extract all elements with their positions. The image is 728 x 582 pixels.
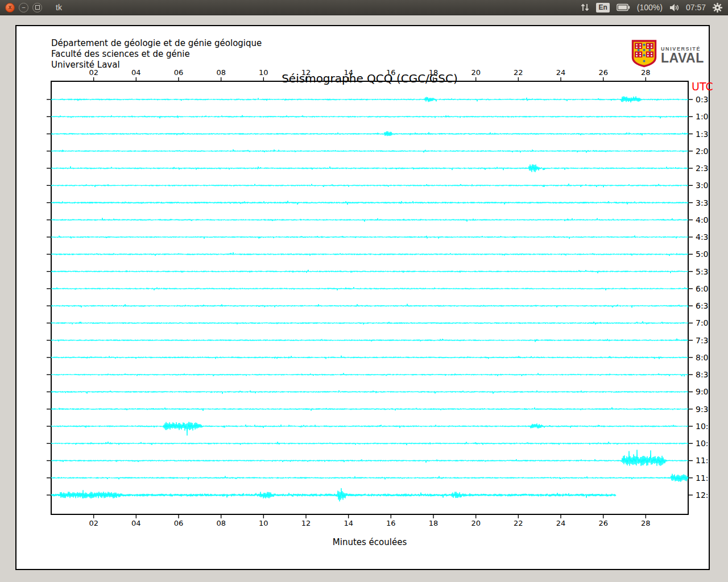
seismogram-trace	[51, 97, 688, 103]
utc-time-label: 8:00	[696, 353, 709, 362]
seismogram-trace	[51, 218, 688, 222]
seismogram-trace	[51, 184, 688, 187]
tick-label: 28	[641, 68, 651, 77]
tick-label: 26	[598, 68, 608, 77]
seismogram-trace	[51, 390, 688, 394]
seismogram-trace	[51, 474, 688, 482]
tick-label: 22	[514, 68, 523, 77]
window-controls: x –	[5, 3, 42, 13]
close-button[interactable]: x	[5, 3, 15, 13]
seismogram-trace	[51, 235, 688, 239]
utc-time-label: 9:00	[696, 387, 709, 396]
tick-label: 24	[556, 68, 566, 77]
volume-icon[interactable]	[669, 3, 679, 12]
seismogram-trace	[51, 164, 688, 172]
seismogram-trace	[51, 450, 688, 465]
tick-label: 04	[131, 519, 141, 527]
utc-time-label: 9:30	[696, 405, 709, 414]
tick-label: 12	[301, 68, 311, 77]
tick-label: 06	[174, 519, 184, 527]
tick-label: 18	[429, 519, 439, 527]
seismogram-trace	[51, 339, 688, 342]
tick-label: 04	[131, 68, 141, 77]
seismogram-trace	[51, 321, 688, 325]
x-axis-title: Minutes écoulées	[51, 537, 688, 547]
seismogram-trace	[51, 408, 688, 411]
seismogram-trace	[51, 287, 688, 290]
tick-label: 20	[471, 519, 481, 527]
utc-time-label: 4:00	[696, 215, 709, 225]
utc-time-label: 1:00	[696, 112, 709, 121]
utc-time-label: 10:00	[696, 422, 709, 431]
tick-label: 18	[429, 68, 439, 77]
utc-time-label: 6:00	[696, 284, 709, 293]
tick-label: 10	[259, 68, 268, 77]
tick-label: 14	[344, 519, 353, 527]
tick-label: 20	[471, 68, 481, 77]
tick-label: 26	[598, 519, 608, 527]
utc-time-label: 11:00	[696, 456, 709, 465]
maximize-icon	[35, 5, 40, 10]
tick-label: 14	[344, 68, 353, 77]
seismogram-trace	[51, 304, 688, 308]
tick-label: 02	[89, 68, 98, 77]
utc-time-label: 5:00	[696, 250, 709, 259]
window-title: tk	[56, 3, 62, 12]
tick-label: 06	[174, 68, 184, 77]
seismogram-trace	[51, 149, 688, 153]
tick-label: 16	[386, 68, 396, 77]
tick-label: 24	[556, 519, 566, 527]
utc-time-label: 8:30	[696, 370, 709, 379]
seismogram-trace	[51, 201, 688, 205]
utc-time-label: 6:30	[696, 301, 709, 310]
tick-label: 02	[89, 519, 98, 527]
utc-time-label: 1:30	[696, 130, 709, 139]
seismogram-trace	[51, 115, 688, 119]
utc-time-label: 10:30	[696, 439, 709, 448]
utc-time-label: 3:30	[696, 198, 709, 207]
seismogram-trace	[51, 356, 688, 359]
network-arrows-icon[interactable]	[581, 3, 589, 12]
utc-time-label: 2:30	[696, 164, 709, 173]
utc-time-label: 0:30	[696, 95, 709, 104]
utc-time-label: 4:30	[696, 232, 709, 242]
battery-percentage: (100%)	[637, 3, 663, 12]
clock[interactable]: 07:57	[686, 3, 706, 12]
utc-time-label: 12:00	[696, 490, 709, 500]
seismogram-trace	[51, 252, 688, 256]
utc-time-label: 3:00	[696, 181, 709, 190]
utc-time-label: 5:30	[696, 267, 709, 276]
tick-label: 08	[216, 519, 226, 527]
tick-label: 10	[259, 519, 268, 527]
seismogram-trace	[51, 422, 688, 435]
maximize-button[interactable]	[32, 3, 42, 13]
seismogram-trace	[51, 442, 688, 445]
seismogram-trace	[51, 488, 616, 501]
utc-time-label: 2:00	[696, 147, 709, 156]
utc-time-label: 7:30	[696, 336, 709, 345]
session-gear-icon[interactable]	[713, 3, 722, 13]
utc-time-label: 11:30	[696, 473, 709, 483]
seismogram-trace	[51, 131, 688, 136]
seismogram-trace	[51, 373, 688, 376]
tick-label: 22	[514, 519, 523, 527]
titlebar: x – tk En (100%)	[0, 0, 728, 15]
battery-icon[interactable]	[617, 3, 630, 11]
utc-time-label: 7:00	[696, 318, 709, 327]
minimize-button[interactable]: –	[19, 3, 28, 13]
system-tray: En (100%) 07:57	[581, 3, 722, 13]
tick-label: 28	[641, 519, 651, 527]
seismograph-canvas: Département de géologie et de génie géol…	[15, 25, 710, 570]
keyboard-layout-indicator[interactable]: En	[596, 3, 609, 13]
seismogram-trace	[51, 270, 688, 273]
tick-label: 16	[386, 519, 396, 527]
tick-label: 08	[216, 68, 226, 77]
seismograph-plot: 0202040406060808101012121414161618182020…	[16, 26, 709, 569]
tick-label: 12	[301, 519, 311, 527]
